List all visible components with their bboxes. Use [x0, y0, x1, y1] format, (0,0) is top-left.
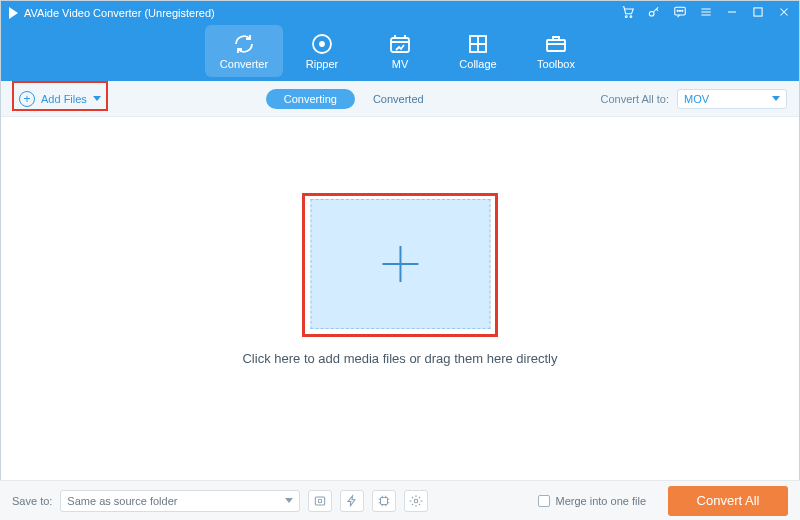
drop-zone[interactable]	[310, 199, 490, 329]
feedback-icon[interactable]	[673, 5, 687, 21]
output-format-value: MOV	[684, 93, 709, 105]
svg-point-6	[682, 10, 683, 11]
nav-ripper[interactable]: Ripper	[283, 25, 361, 77]
tab-converted[interactable]: Converted	[355, 89, 442, 109]
key-icon[interactable]	[647, 5, 661, 21]
collage-icon	[466, 33, 490, 55]
toolbox-icon	[544, 33, 568, 55]
svg-point-4	[677, 10, 678, 11]
convert-all-label: Convert All to:	[601, 93, 669, 105]
save-to-label: Save to:	[12, 495, 52, 507]
merge-checkbox[interactable]: Merge into one file	[538, 495, 647, 507]
status-tabs: Converting Converted	[107, 89, 601, 109]
save-to-select[interactable]: Same as source folder	[60, 490, 300, 512]
menu-icon[interactable]	[699, 5, 713, 21]
svg-point-9	[320, 42, 324, 46]
svg-rect-13	[316, 496, 325, 504]
plus-circle-icon: +	[19, 91, 35, 107]
converter-icon	[232, 33, 256, 55]
chevron-down-icon	[285, 498, 293, 503]
svg-rect-10	[391, 38, 409, 52]
content-area: Click here to add media files or drag th…	[1, 117, 799, 479]
app-logo-icon	[9, 7, 18, 19]
nav-toolbox[interactable]: Toolbox	[517, 25, 595, 77]
bottom-bar: Save to: Same as source folder Merge int…	[0, 480, 800, 520]
nav-converter[interactable]: Converter	[205, 25, 283, 77]
nav-label: Ripper	[306, 58, 338, 70]
maximize-icon[interactable]	[751, 5, 765, 21]
convert-all-to: Convert All to: MOV	[601, 89, 787, 109]
convert-all-button[interactable]: Convert All	[668, 486, 788, 516]
window-title: AVAide Video Converter (Unregistered)	[24, 7, 621, 19]
settings-button[interactable]	[404, 490, 428, 512]
svg-point-1	[630, 16, 632, 18]
add-files-label: Add Files	[41, 93, 87, 105]
gpu-button[interactable]	[372, 490, 396, 512]
svg-rect-15	[381, 497, 388, 504]
output-format-select[interactable]: MOV	[677, 89, 787, 109]
ripper-icon	[310, 33, 334, 55]
nav-mv[interactable]: MV	[361, 25, 439, 77]
checkbox-icon	[538, 495, 550, 507]
titlebar: AVAide Video Converter (Unregistered)	[1, 1, 799, 25]
merge-label: Merge into one file	[556, 495, 647, 507]
svg-point-5	[679, 10, 680, 11]
mv-icon	[388, 33, 412, 55]
speed-button[interactable]	[340, 490, 364, 512]
svg-point-16	[415, 499, 419, 503]
nav-label: MV	[392, 58, 409, 70]
svg-point-0	[625, 16, 627, 18]
open-folder-button[interactable]	[308, 490, 332, 512]
main-nav: Converter Ripper MV Collage Toolbox	[1, 25, 799, 81]
close-icon[interactable]	[777, 5, 791, 21]
nav-label: Converter	[220, 58, 268, 70]
nav-label: Toolbox	[537, 58, 575, 70]
svg-rect-12	[547, 40, 565, 51]
tab-converting[interactable]: Converting	[266, 89, 355, 109]
add-files-button[interactable]: + Add Files	[13, 87, 107, 111]
drop-hint: Click here to add media files or drag th…	[242, 351, 557, 366]
svg-point-14	[319, 499, 323, 503]
nav-label: Collage	[459, 58, 496, 70]
plus-icon	[382, 246, 418, 282]
minimize-icon[interactable]	[725, 5, 739, 21]
svg-point-2	[649, 11, 654, 16]
svg-rect-7	[754, 8, 762, 16]
sub-bar: + Add Files Converting Converted Convert…	[1, 81, 799, 117]
chevron-down-icon	[93, 96, 101, 101]
chevron-down-icon	[772, 96, 780, 101]
save-to-value: Same as source folder	[67, 495, 177, 507]
nav-collage[interactable]: Collage	[439, 25, 517, 77]
cart-icon[interactable]	[621, 5, 635, 21]
